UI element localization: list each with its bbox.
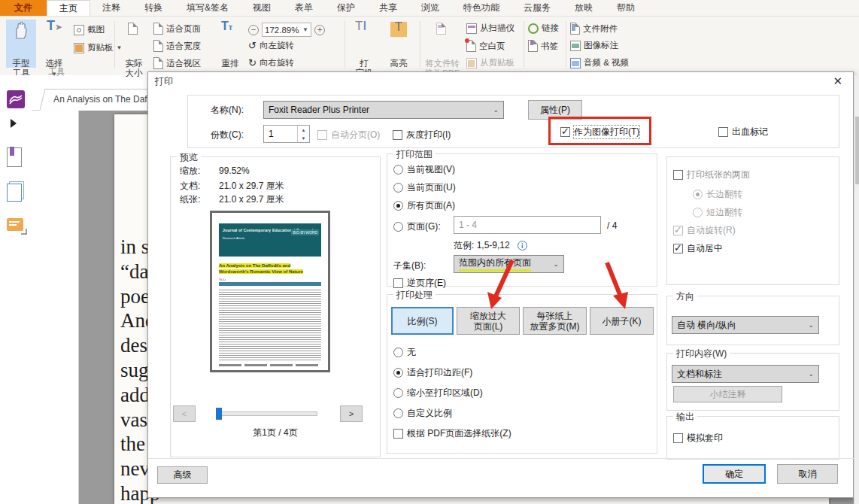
shrink-to-area-radio[interactable]: 缩小至打印区域(D)	[393, 387, 483, 399]
checkbox-icon	[718, 127, 728, 137]
page-slider-thumb[interactable]	[216, 408, 222, 420]
scrollbar-thumb[interactable]	[855, 117, 859, 184]
actual-size-button[interactable]: 实际 大小	[119, 20, 149, 68]
menu-share[interactable]: 共享	[367, 0, 409, 16]
menu-help[interactable]: 帮助	[605, 0, 647, 16]
pages-input[interactable]: 1 - 4	[454, 216, 601, 234]
paper-by-pdf-checkbox[interactable]: 根据 PDF页面选择纸张(Z)	[393, 427, 511, 440]
from-clipboard-button[interactable]: 从剪贴板	[466, 57, 514, 68]
blank-page-button[interactable]: 空白页	[466, 40, 505, 52]
bookmark-button[interactable]: 书签	[528, 40, 558, 52]
select-tool-button[interactable]: T➤ 选择▼	[39, 20, 69, 68]
orientation-group: 方向 自动 横向/纵向⌄	[666, 296, 839, 345]
two-sided-checkbox[interactable]: 打印纸张的两面	[673, 169, 750, 181]
menu-protect[interactable]: 保护	[325, 0, 367, 16]
comments-panel-icon[interactable]	[7, 218, 23, 231]
current-page-radio[interactable]: 当前页面(U)	[393, 181, 456, 194]
handling-tab-multiple-per-sheet[interactable]: 每张纸上 放置多页(M)	[523, 307, 587, 335]
close-icon[interactable]: ✕	[833, 74, 842, 88]
menu-present[interactable]: 放映	[563, 0, 605, 16]
menu-home[interactable]: 主页	[47, 0, 90, 16]
info-icon[interactable]: i	[518, 241, 527, 250]
all-pages-radio[interactable]: 所有页面(A)	[393, 199, 455, 212]
menu-convert[interactable]: 转换	[132, 0, 175, 16]
summarize-comments-button[interactable]: 小结注释	[673, 386, 782, 402]
image-annotation-button[interactable]: 图像标注	[570, 40, 618, 51]
pages-total: / 4	[607, 220, 617, 231]
checkbox-icon	[673, 433, 683, 443]
advanced-button[interactable]: 高级	[157, 466, 208, 484]
copies-spinner[interactable]: 1 ▲▼	[263, 125, 310, 143]
next-page-button[interactable]: >	[340, 405, 363, 422]
print-handling-group-label: 打印处理	[393, 289, 436, 302]
handling-tab-booklet[interactable]: 小册子(K)	[590, 307, 654, 335]
rotate-right-button[interactable]: ↻向右旋转	[248, 57, 294, 68]
from-scanner-button[interactable]: 从扫描仪	[466, 23, 514, 34]
vertical-scrollbar[interactable]	[854, 75, 859, 504]
current-view-radio[interactable]: 当前视图(V)	[393, 163, 455, 176]
reflow-button[interactable]: Tт 重排	[215, 20, 245, 68]
auto-center-checkbox[interactable]: 自动居中	[673, 242, 723, 255]
fit-page-button[interactable]: 适合页面	[153, 23, 201, 35]
menu-view[interactable]: 视图	[241, 0, 283, 16]
typewriter-button[interactable]: TI 打 字机	[349, 20, 379, 68]
rotate-left-button[interactable]: ↺向左旋转	[248, 40, 294, 51]
menu-form[interactable]: 表单	[283, 0, 325, 16]
menu-features[interactable]: 特色功能	[451, 0, 511, 16]
auto-rotate-checkbox[interactable]: 自动旋转(R)	[673, 224, 736, 237]
convert-to-pdf-button[interactable]: 将文件转 换为PDF	[423, 20, 462, 71]
short-edge-radio[interactable]: 短边翻转	[693, 206, 742, 219]
ok-button[interactable]: 确定	[703, 464, 766, 484]
page-slider-track[interactable]	[216, 411, 317, 416]
bookmarks-panel-icon[interactable]	[7, 147, 22, 167]
printer-name-combobox[interactable]: Foxit Reader Plus Printer⌄	[263, 101, 504, 119]
orientation-combobox[interactable]: 自动 横向/纵向⌄	[672, 316, 819, 334]
collate-checkbox[interactable]: 自动分页(O)	[317, 129, 380, 141]
subset-combobox[interactable]: 范围内的所有页面⌄	[454, 255, 564, 273]
highlight-button[interactable]: T 高亮	[384, 20, 414, 68]
link-button[interactable]: 链接	[528, 23, 559, 34]
clipboard-paste-icon	[466, 58, 477, 68]
simulate-overprint-checkbox[interactable]: 模拟套印	[673, 432, 723, 445]
menu-cloud[interactable]: 云服务	[511, 0, 563, 16]
audio-video-button[interactable]: 音频 & 视频	[570, 57, 629, 68]
foxit-brush-icon[interactable]	[7, 90, 25, 108]
rotate-right-icon: ↻	[248, 58, 256, 68]
menu-file[interactable]: 文件	[0, 0, 47, 16]
handling-tab-shrink-oversized[interactable]: 缩放过大 页面(L)	[457, 307, 520, 335]
long-edge-radio[interactable]: 长边翻转	[693, 188, 742, 201]
fit-visible-button[interactable]: 适合视区	[153, 57, 201, 69]
pages-radio[interactable]: 页面(G):	[393, 220, 441, 233]
menu-browse[interactable]: 浏览	[409, 0, 451, 16]
ribbon-separator	[345, 21, 345, 68]
reverse-pages-checkbox[interactable]: 逆页序(E)	[393, 277, 446, 290]
menu-fill-sign[interactable]: 填写&签名	[175, 0, 241, 16]
spinner-arrows[interactable]: ▲▼	[297, 126, 309, 142]
print-content-group-label: 打印内容(W)	[673, 348, 730, 360]
zoom-level-combobox[interactable]: 172.89%▼	[262, 23, 311, 37]
bleed-marks-checkbox[interactable]: 出血标记	[718, 126, 768, 138]
file-attachment-button[interactable]: 文件附件	[570, 23, 618, 35]
thumbnail-affiliation-bar	[219, 282, 321, 286]
handling-tab-scale[interactable]: 比例(S)	[391, 307, 454, 335]
snapshot-button[interactable]: 截图	[74, 24, 105, 35]
hand-tool-button[interactable]: 手型 工具	[6, 20, 36, 68]
previous-page-button[interactable]: <	[173, 405, 196, 422]
custom-scale-radio[interactable]: 自定义比例	[393, 407, 452, 420]
pages-panel-icon[interactable]	[7, 184, 22, 202]
fit-margins-radio[interactable]: 适合打印边距(F)	[393, 366, 472, 379]
zoom-out-icon[interactable]: −	[248, 25, 259, 35]
scale-none-radio[interactable]: 无	[393, 346, 416, 359]
page-icon	[128, 23, 138, 35]
cancel-button[interactable]: 取消	[777, 464, 838, 484]
radio-icon	[393, 408, 403, 418]
fit-width-button[interactable]: 适合宽度	[153, 40, 201, 52]
expand-panel-icon[interactable]	[11, 119, 17, 128]
pdf-file-icon	[436, 23, 446, 35]
document-tab[interactable]: An Analysis on The Daf...	[39, 89, 165, 111]
menu-comment[interactable]: 注释	[90, 0, 132, 16]
zoom-in-icon[interactable]: +	[314, 25, 325, 35]
radio-icon	[393, 183, 403, 193]
grayscale-checkbox[interactable]: 灰度打印(I)	[393, 129, 451, 141]
print-content-combobox[interactable]: 文档和标注⌄	[672, 365, 819, 383]
